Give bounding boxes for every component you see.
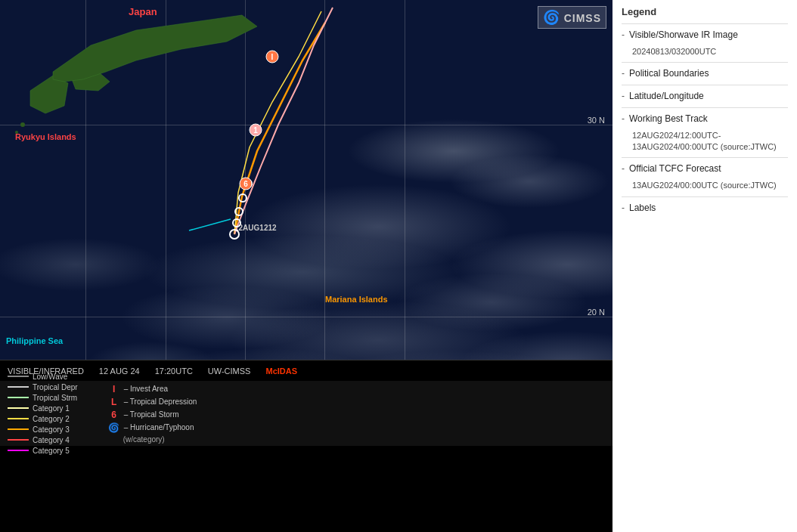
- legend-cat5: Category 5: [8, 447, 78, 455]
- vis-ir-panel-label: Visible/Shorwave IR Image: [629, 29, 738, 42]
- legend-label-cat1: Category 1: [33, 404, 70, 413]
- legend-cat4: Category 4: [8, 436, 78, 444]
- panel-divider-4: [622, 107, 788, 108]
- lat-label-30n: 30 N: [588, 116, 605, 125]
- panel-item-political: - Political Boundaries: [622, 67, 788, 80]
- svg-marker-2: [53, 15, 257, 82]
- svg-point-4: [15, 131, 18, 134]
- legend-low-wave: Low/Wave: [8, 373, 78, 381]
- legend-hurricane-sub: (w/category): [123, 435, 197, 444]
- political-boundaries-label: Political Boundaries: [629, 67, 709, 80]
- hurricane-symbol: 🌀: [108, 422, 120, 433]
- legend-label-cat4: Category 4: [33, 436, 70, 444]
- panel-divider-5: [622, 157, 788, 158]
- panel-item-latlon: - Latitude/Longitude: [622, 90, 788, 103]
- cimss-logo: 🌀 CIMSS: [538, 6, 606, 29]
- legend-label-low: Low/Wave: [33, 373, 67, 381]
- official-forecast-label: Official TCFC Forecast: [629, 162, 721, 175]
- legend-tropical-strm: Tropical Strm: [8, 394, 78, 402]
- ts-sym-label: – Tropical Storm: [124, 410, 179, 419]
- mcidas-label: McIDAS: [265, 367, 297, 376]
- svg-point-3: [20, 122, 25, 127]
- grid-line-20n: [0, 317, 612, 317]
- legend-track-types: Low/Wave Tropical Depr Tropical Strm: [8, 373, 78, 455]
- main-container: 30 N 20 N 125 E 130 E 135 E 140 E 145 E …: [0, 0, 797, 532]
- official-forecast-sub: 13AUG2024/00:00UTC (source:JTWC): [632, 180, 788, 191]
- legend-label-td: Tropical Depr: [33, 383, 78, 391]
- legend-cat1: Category 1: [8, 404, 78, 413]
- vis-ir-sub: 20240813/032000UTC: [632, 46, 788, 57]
- panel-item-working-track: - Working Best Track: [622, 113, 788, 125]
- legend-color-cat2: [8, 418, 29, 419]
- latlon-label: Latitude/Longitude: [629, 90, 704, 103]
- td-symbol: L: [108, 397, 120, 407]
- hurricane-sym-label: – Hurricane/Typhoon: [124, 423, 194, 431]
- legend-color-ts: [8, 397, 29, 398]
- invest-symbol: I: [108, 384, 120, 394]
- map-area: 30 N 20 N 125 E 130 E 135 E 140 E 145 E …: [0, 0, 612, 532]
- legend-color-cat3: [8, 428, 29, 430]
- status-bar: VISIBLE/INFRARED 12 AUG 24 17:20UTC UW-C…: [0, 360, 612, 381]
- hurricane-sub-label: (w/category): [123, 435, 165, 444]
- legend-ts-sym: 6 – Tropical Storm: [108, 410, 197, 420]
- japan-landmass: [0, 0, 265, 136]
- right-panel: Legend - Visible/Shorwave IR Image 20240…: [612, 0, 797, 532]
- legend-bar: Low/Wave Tropical Depr Tropical Strm: [0, 381, 612, 446]
- panel-item-labels: - Labels: [622, 202, 788, 215]
- legend-symbols: I – Invest Area L – Tropical Depression …: [108, 384, 197, 444]
- legend-label-cat2: Category 2: [33, 415, 70, 423]
- panel-divider-2: [622, 62, 788, 63]
- status-time: 17:20UTC: [155, 367, 193, 376]
- panel-divider-1: [622, 23, 788, 24]
- td-sym-label: – Tropical Depression: [124, 397, 197, 406]
- legend-hurricane-sym: 🌀 – Hurricane/Typhoon: [108, 422, 197, 433]
- invest-label: – Invest Area: [124, 385, 168, 393]
- working-track-label: Working Best Track: [629, 113, 708, 125]
- legend-tropical-depr: Tropical Depr: [8, 383, 78, 391]
- legend-color-cat5: [8, 450, 29, 451]
- panel-divider-3: [622, 85, 788, 85]
- lat-label-20n: 20 N: [588, 308, 605, 317]
- legend-color-cat1: [8, 407, 29, 409]
- legend-label-cat3: Category 3: [33, 425, 70, 434]
- legend-cat2: Category 2: [8, 415, 78, 423]
- ts-symbol: 6: [108, 410, 120, 420]
- panel-item-vis-ir: - Visible/Shorwave IR Image: [622, 29, 788, 42]
- legend-color-cat4: [8, 439, 29, 441]
- working-track-sub: 12AUG2024/12:00UTC- 13AUG2024/00:00UTC (…: [632, 130, 788, 153]
- legend-label-ts: Tropical Strm: [33, 394, 77, 402]
- legend-cat3: Category 3: [8, 425, 78, 434]
- status-source: UW-CIMSS: [208, 367, 251, 376]
- panel-item-official-forecast: - Official TCFC Forecast: [622, 162, 788, 175]
- bottom-bar: VISIBLE/INFRARED 12 AUG 24 17:20UTC UW-C…: [0, 360, 612, 446]
- legend-color-td: [8, 386, 29, 388]
- legend-td-sym: L – Tropical Depression: [108, 397, 197, 407]
- labels-panel-label: Labels: [629, 202, 656, 215]
- panel-divider-6: [622, 196, 788, 197]
- legend-label-cat5: Category 5: [33, 447, 70, 455]
- panel-title: Legend: [622, 6, 788, 17]
- status-date: 12 AUG 24: [99, 367, 140, 376]
- legend-color-low: [8, 376, 29, 377]
- legend-invest: I – Invest Area: [108, 384, 197, 394]
